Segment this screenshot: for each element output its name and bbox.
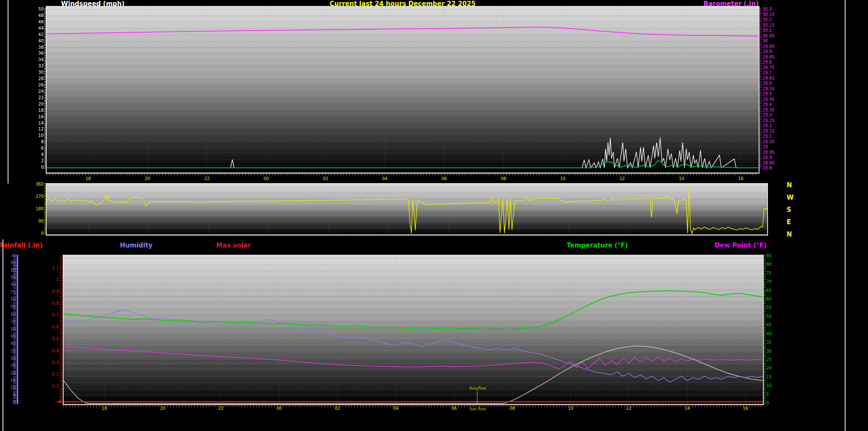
barometer-tick-label: 29	[762, 145, 768, 149]
temperature-tick-marks	[764, 255, 766, 404]
bottom-time-label: 20	[158, 406, 168, 411]
rainfall-tick-label: 0.1	[33, 384, 59, 389]
top-time-label: 12	[617, 176, 627, 181]
temperature-tick-label: 85	[766, 254, 772, 258]
compass-letter-w: W	[787, 194, 799, 201]
humidity-tick-label: 5	[11, 393, 16, 398]
barometer-tick-label: 29.85	[762, 55, 775, 59]
direction-tick-label: 0	[18, 231, 44, 236]
humidity-tick-label: 15	[11, 378, 16, 383]
rainfall-tick-label: 0.8	[33, 301, 59, 306]
dew-point-axis-title: Dew Point (°F)	[715, 242, 767, 249]
rainfall-tick-label: 0.2	[33, 373, 59, 377]
right-border-line	[845, 0, 846, 431]
windspeed-tick-label: 16	[18, 115, 44, 119]
barometer-tick-marks	[760, 8, 762, 170]
top-time-label: 16	[736, 176, 746, 181]
barometer-tick-label: 29.95	[762, 44, 775, 49]
temperature-tick-label: 40	[766, 332, 772, 336]
temp-humidity-rain-solar-plot	[64, 255, 763, 404]
humidity-tick-label: 35	[11, 349, 16, 353]
temperature-tick-label: 45	[766, 323, 772, 327]
rainfall-tick-label: 0.5	[33, 337, 59, 341]
rainfall-tick-marks	[60, 256, 62, 400]
barometer-tick-label: 29.2	[762, 124, 772, 128]
windspeed-barometer-chart	[46, 6, 760, 174]
sun-rise-label-inplot: Sun Rise	[464, 386, 492, 390]
direction-tick-label: 180	[18, 207, 44, 211]
rainfall-tick-label: 1	[33, 278, 59, 282]
left-border-line-lower	[3, 239, 3, 431]
bottom-time-label: 14	[682, 406, 692, 411]
barometer-tick-label: 30	[762, 39, 768, 43]
bottom-time-label: 12	[624, 406, 634, 411]
temperature-tick-label: 30	[766, 349, 772, 353]
barometer-tick-label: 30.3	[762, 7, 772, 11]
barometer-tick-label: 29.7	[762, 71, 772, 75]
temperature-tick-label: 70	[766, 280, 772, 284]
compass-letter-s: S	[787, 206, 799, 214]
bottom-time-label: 02	[332, 406, 342, 411]
top-time-label: 10	[558, 176, 568, 181]
weather-dashboard: Windspeed (mph) Current last 24 hours De…	[0, 0, 868, 431]
barometer-tick-label: 29.5	[762, 92, 772, 96]
temperature-tick-label: 25	[766, 358, 772, 362]
rainfall-axis-title: Rainfall (.in)	[0, 242, 43, 249]
barometer-tick-label: 29.55	[762, 87, 775, 91]
rainfall-tick-label: 0.4	[33, 349, 59, 353]
left-border-line	[8, 0, 8, 184]
direction-tick-label: 90	[18, 219, 44, 223]
barometer-tick-label: 28.85	[762, 161, 775, 165]
rainfall-tick-label: 0.3	[33, 361, 59, 365]
humidity-tick-label: 95	[11, 261, 16, 265]
temperature-tick-label: 0	[766, 401, 769, 405]
sun-rise-label-axis: Sun Rise	[464, 407, 492, 411]
top-time-label: 14	[676, 176, 687, 181]
temperature-tick-label: 35	[766, 340, 772, 345]
humidity-tick-label: 25	[11, 364, 16, 368]
wind-direction-plot	[47, 184, 767, 234]
temperature-tick-label: 20	[766, 366, 772, 370]
temperature-tick-label: 80	[766, 262, 772, 267]
humidity-tick-label: 85	[11, 275, 16, 280]
windspeed-barometer-plot	[47, 6, 759, 172]
windspeed-tick-label: 26	[18, 83, 44, 87]
humidity-axis-ruler	[17, 255, 18, 404]
windspeed-tick-label: 6	[18, 146, 44, 150]
barometer-tick-label: 30.15	[762, 23, 775, 28]
barometer-tick-label: 29.65	[762, 76, 775, 81]
compass-letter-n-top: N	[787, 181, 799, 189]
bottom-time-label: 22	[216, 406, 226, 411]
bottom-time-label: 10	[565, 406, 576, 411]
sun-rise-marker-line	[477, 389, 478, 403]
barometer-tick-label: 28.95	[762, 150, 775, 155]
windspeed-tick-label: 22	[18, 96, 44, 100]
barometer-tick-label: 29.75	[762, 66, 775, 70]
barometer-tick-label: 29.05	[762, 140, 775, 144]
humidity-tick-label: 100	[11, 254, 16, 258]
temperature-tick-label: 75	[766, 271, 772, 275]
bottom-time-label: 18	[99, 406, 109, 411]
humidity-tick-label: 80	[11, 283, 16, 287]
series-humidity	[64, 310, 763, 382]
barometer-tick-label: 29.1	[762, 134, 772, 139]
barometer-tick-label: 29.4	[762, 103, 772, 107]
windspeed-tick-label: 12	[18, 127, 44, 131]
direction-tick-label: 360	[18, 182, 44, 186]
temperature-tick-label: 5	[766, 392, 769, 397]
bottom-time-label: 16	[740, 406, 751, 411]
windspeed-tick-label: 38	[18, 45, 44, 50]
series-dew-point	[64, 347, 763, 369]
top-time-label: 20	[142, 176, 153, 181]
temperature-tick-label: 50	[766, 314, 772, 319]
windspeed-tick-label: 18	[18, 108, 44, 113]
series-temperature	[64, 291, 763, 330]
windspeed-tick-marks	[44, 8, 46, 169]
barometer-tick-label: 29.8	[762, 60, 772, 64]
top-time-label: 04	[380, 176, 390, 181]
barometer-tick-label: 28.8	[762, 166, 772, 170]
barometer-tick-label: 30.1	[762, 28, 772, 33]
humidity-tick-label: 30	[11, 356, 16, 361]
temperature-tick-label: 10	[766, 384, 772, 388]
windspeed-tick-label: 0	[18, 165, 44, 170]
